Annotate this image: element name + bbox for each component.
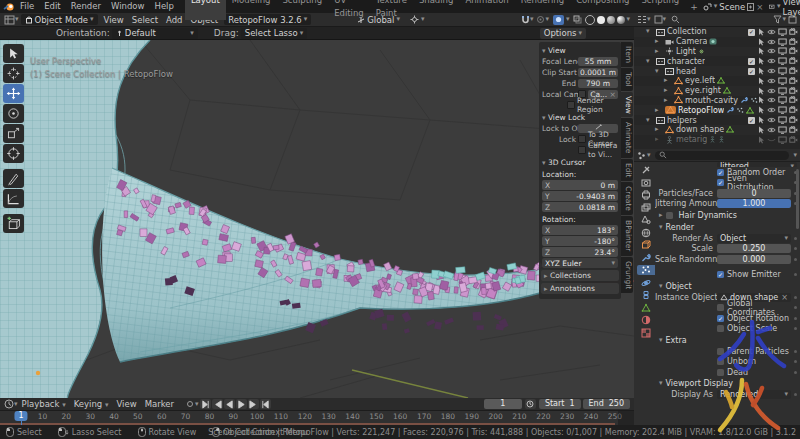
viewport-menu-add[interactable]: Add	[162, 15, 186, 25]
render-region-checkbox[interactable]	[567, 101, 575, 109]
cursor-rotation-y[interactable]: Y-180°	[542, 236, 618, 246]
decorator-dot[interactable]	[794, 327, 797, 330]
disclosure-expanded-icon[interactable]: ▾	[646, 28, 650, 35]
menu-edit[interactable]: Edit	[39, 0, 65, 13]
viewport-disable-toggle[interactable]	[778, 47, 787, 55]
drag-mode-dropdown[interactable]: Select Lasso ▾	[241, 28, 307, 39]
tab-rendering[interactable]: Rendering	[515, 0, 570, 20]
section-checkbox[interactable]	[666, 212, 673, 219]
add-workspace-button[interactable]: +	[685, 2, 703, 12]
object-scale-checkbox[interactable]	[717, 325, 724, 332]
annotations-panel-header[interactable]: ▸ Annotations	[541, 283, 619, 294]
section-header-viewport-display[interactable]: ▾Viewport Display	[655, 378, 800, 390]
cursor-rotation-z[interactable]: Z23.4°	[542, 247, 618, 257]
menu-file[interactable]: File	[15, 0, 39, 13]
selectable-toggle[interactable]	[757, 87, 765, 95]
decorator-dot[interactable]	[794, 371, 797, 374]
next-keyframe-button[interactable]	[248, 399, 259, 409]
disclosure-collapsed-icon[interactable]: ▸	[664, 77, 668, 84]
properties-tab-texture[interactable]	[637, 328, 655, 338]
render-disable-toggle[interactable]	[789, 77, 798, 85]
section-header-object[interactable]: ▾Object	[655, 280, 800, 292]
hide-toggle[interactable]	[767, 87, 776, 95]
outliner-row-eye-left[interactable]: ▸eye.left	[634, 76, 800, 86]
jump-to-start-button[interactable]	[200, 399, 211, 409]
mode-dropdown[interactable]: Object Mode ▾	[21, 14, 98, 25]
outliner-row-eye-right[interactable]: ▸eye.right	[634, 86, 800, 96]
disclosure-collapsed-icon[interactable]: ▸	[655, 136, 659, 143]
hide-toggle[interactable]	[767, 106, 776, 114]
outliner-row-mouth-cavity[interactable]: ▸mouth-cavity	[634, 96, 800, 106]
menu-help[interactable]: Help	[149, 0, 178, 13]
measure-tool-button[interactable]	[3, 189, 24, 208]
parent-particles-checkbox[interactable]	[717, 348, 724, 355]
hide-toggle[interactable]	[767, 136, 776, 144]
decorator-dot[interactable]	[794, 273, 797, 276]
section-header-hair-dynamics[interactable]: ▸Hair Dynamics	[655, 209, 800, 221]
selectable-toggle[interactable]	[757, 106, 765, 114]
viewport-disable-toggle[interactable]	[778, 87, 787, 95]
disclosure-collapsed-icon[interactable]: ▸	[664, 87, 668, 94]
disclosure-collapsed-icon[interactable]: ▸	[664, 97, 668, 104]
properties-tab-object-data[interactable]	[637, 303, 655, 313]
viewport-disable-toggle[interactable]	[778, 136, 787, 144]
properties-tab-object[interactable]	[637, 240, 655, 250]
sidebar-tab-bpainter[interactable]: BPainter	[621, 216, 633, 255]
scene-selector[interactable]: ▾ Scene ×	[703, 2, 764, 12]
add-cube-tool-button[interactable]	[3, 214, 24, 233]
hide-toggle[interactable]	[767, 77, 776, 85]
sidebar-tab-animate[interactable]: Animate	[621, 118, 633, 157]
hide-toggle[interactable]	[767, 116, 776, 124]
timeline-menu-keying[interactable]: Keying ▾	[70, 399, 113, 409]
properties-tab-output[interactable]	[637, 190, 655, 200]
menu-render[interactable]: Render	[66, 0, 106, 13]
section-header-render[interactable]: ▾Render	[655, 221, 800, 233]
collection-checkbox[interactable]: ✓	[748, 27, 755, 36]
hide-toggle[interactable]	[767, 126, 776, 134]
hide-toggle[interactable]	[767, 38, 776, 46]
outliner-row-camera[interactable]: ▸Camera	[634, 37, 800, 47]
rotate-tool-button[interactable]	[3, 104, 24, 123]
annotate-tool-button[interactable]	[3, 169, 24, 188]
properties-editor-icon[interactable]	[637, 151, 647, 160]
outliner-row-character[interactable]: ▾character✓	[634, 56, 800, 66]
hide-toggle[interactable]	[767, 57, 776, 65]
jump-to-end-button[interactable]	[260, 399, 271, 409]
render-disable-toggle[interactable]	[789, 116, 798, 124]
select-tool-button[interactable]	[3, 44, 24, 63]
object-rotation-checkbox[interactable]: ✓	[717, 315, 724, 322]
tab-modeling[interactable]: Modeling	[226, 0, 277, 20]
outliner-row-retopoflow[interactable]: ▸RetopoFlow	[634, 105, 800, 115]
editor-type-icon[interactable]	[4, 15, 15, 25]
cursor-tool-button[interactable]	[3, 64, 24, 83]
timeline-editor-icon[interactable]	[4, 399, 14, 409]
play-button[interactable]	[236, 399, 247, 409]
selectable-toggle[interactable]	[757, 136, 765, 144]
sidebar-tab-create[interactable]: Create	[621, 182, 633, 215]
dead-checkbox[interactable]	[717, 369, 724, 376]
selectable-toggle[interactable]	[757, 77, 765, 85]
sidebar-tab-view[interactable]: View	[621, 92, 633, 118]
scale-tool-button[interactable]	[3, 124, 24, 143]
display-as-dropdown[interactable]: Rendered▾	[717, 390, 791, 399]
keying-set-icon[interactable]	[186, 400, 194, 408]
field-value[interactable]: 0.0001 m	[578, 68, 618, 77]
play-reverse-button[interactable]	[224, 399, 235, 409]
euler-mode-dropdown[interactable]: XYZ Euler▾	[542, 258, 618, 268]
outliner-row-collection[interactable]: ▾Collection✓	[634, 27, 800, 37]
outliner-row-metarig[interactable]: ▸metarig	[634, 135, 800, 145]
disclosure-collapsed-icon[interactable]: ▸	[655, 48, 659, 55]
tab-texture-paint[interactable]: Texture Paint	[370, 0, 413, 20]
properties-tab-modifiers[interactable]	[637, 253, 655, 263]
field-value[interactable]: 55 mm	[578, 57, 618, 66]
collection-checkbox[interactable]: ✓	[748, 67, 755, 76]
to-3d-cursor-checkbox[interactable]	[578, 135, 586, 143]
cursor-rotation-x[interactable]: X183°	[542, 225, 618, 235]
outliner-row-light[interactable]: ▸Light	[634, 47, 800, 57]
selectable-toggle[interactable]	[757, 57, 765, 65]
render-disable-toggle[interactable]	[789, 28, 798, 36]
decorator-dot[interactable]	[794, 237, 797, 240]
particles-face-field[interactable]: 0	[717, 189, 791, 198]
timeline-menu-playback[interactable]: Playback ▾	[18, 399, 70, 409]
collection-checkbox[interactable]: ✓	[748, 116, 755, 125]
